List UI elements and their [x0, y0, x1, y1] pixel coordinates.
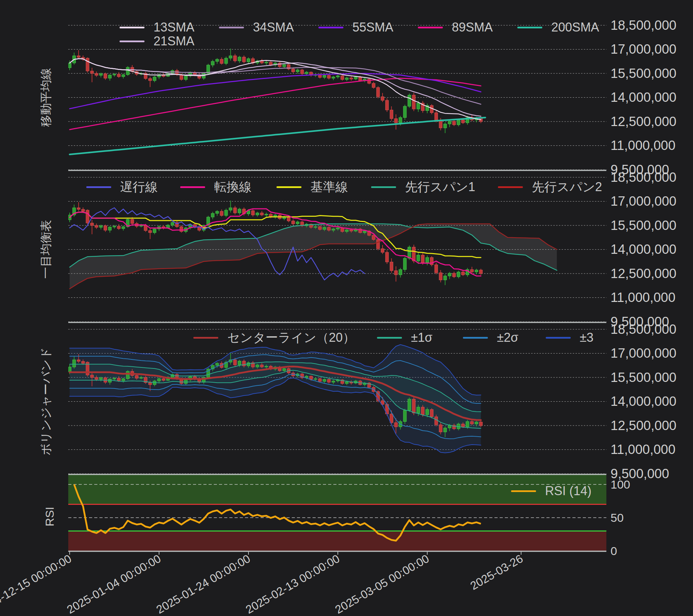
candle-body [403, 106, 406, 117]
legend-item-34sma[interactable]: 34SMA [219, 20, 294, 35]
candle-body [211, 213, 214, 217]
legend-item-chikou[interactable]: 遅行線 [86, 179, 158, 195]
legend-label: 基準線 [310, 179, 348, 196]
legend-item-89sma[interactable]: 89SMA [418, 20, 493, 35]
legend-item-senkou1[interactable]: 先行スパン1 [371, 179, 475, 195]
candle-body [99, 226, 103, 227]
candle-body [453, 273, 456, 277]
legend-label: 200SMA [551, 20, 599, 35]
candle-body [462, 272, 465, 275]
candle-body [140, 225, 143, 226]
candle-body [256, 213, 259, 215]
candle-body [403, 410, 406, 421]
candle-body [381, 249, 384, 252]
candle-body [390, 110, 393, 119]
candle-body [162, 379, 165, 381]
candle-body [345, 230, 348, 232]
rsi-axis-label: 100 [611, 478, 630, 491]
legend-item-senkou2[interactable]: 先行スパン2 [498, 179, 602, 195]
candle-body [475, 422, 478, 424]
y-axis-label: 12,500,000 [611, 418, 676, 433]
legend-item-bb-center[interactable]: センターライン（20） [193, 330, 355, 345]
legend-item-rsi[interactable]: RSI (14) [511, 483, 591, 499]
candle-body [385, 252, 388, 262]
candle-body [234, 56, 237, 61]
candle-body [475, 270, 478, 272]
candle-body [72, 360, 76, 367]
panel-bollinger [68, 329, 607, 474]
candle-body [336, 228, 340, 229]
candle-body [122, 227, 125, 229]
candle-body [220, 211, 223, 215]
legend-item-21sma[interactable]: 21SMA [120, 34, 194, 49]
candle-body [341, 76, 344, 80]
candle-body [283, 65, 286, 67]
legend-item-bb-sigma1[interactable]: ±1σ [377, 330, 432, 345]
candle-body [104, 74, 107, 78]
candle-body [385, 100, 388, 110]
candle-body [216, 363, 219, 365]
legend-item-55sma[interactable]: 55SMA [318, 20, 393, 35]
legend-item-13sma[interactable]: 13SMA [120, 20, 194, 35]
y-axis-label: 11,000,000 [611, 442, 675, 457]
candle-body [126, 67, 129, 74]
candle-body [435, 113, 438, 121]
candle-body [381, 97, 384, 100]
candle-body [260, 365, 263, 367]
candle-body [435, 417, 438, 425]
legend-swatch-34sma [219, 27, 244, 28]
candle-body [283, 369, 286, 371]
legend-label: 21SMA [153, 34, 194, 48]
candle-body [113, 378, 116, 379]
candle-body [77, 56, 80, 57]
candle-body [216, 211, 219, 213]
candle-body [426, 258, 429, 263]
y-axis-label: 12,500,000 [611, 114, 676, 129]
candle-body [323, 75, 326, 78]
candle-body [99, 74, 103, 75]
candle-body [377, 240, 380, 249]
candle-body [439, 273, 442, 280]
legend-item-200sma[interactable]: 200SMA [517, 20, 599, 35]
legend-label: 89SMA [452, 20, 493, 35]
legend-swatch-rsi [511, 490, 536, 492]
chart-canvas[interactable]: 18,500,00017,000,00015,500,00014,000,000… [0, 0, 693, 616]
candle-body [372, 83, 375, 88]
candle-body [68, 367, 71, 372]
candle-body [399, 269, 402, 275]
candle-body [180, 227, 183, 232]
y-axis-label: 17,000,000 [611, 42, 676, 56]
legend-swatch-21sma [120, 41, 144, 42]
candle-body [77, 208, 80, 209]
candle-body [457, 272, 460, 277]
legend-item-kijun[interactable]: 基準線 [277, 179, 348, 195]
candle-body [363, 231, 366, 233]
candle-body [426, 410, 429, 415]
candle-body [251, 211, 254, 215]
candle-body [135, 375, 138, 378]
candle-body [108, 227, 112, 230]
legend-item-bb-sigma2[interactable]: ±2σ [463, 330, 518, 345]
candle-body [265, 366, 268, 367]
candle-body [238, 57, 241, 61]
candle-body [323, 380, 326, 382]
candle-body [471, 269, 474, 272]
candle-body [332, 77, 335, 78]
legend-label: 先行スパン2 [532, 179, 602, 196]
candle-body [184, 76, 187, 80]
candle-body [220, 59, 223, 63]
candle-body [90, 71, 94, 73]
candle-body [90, 223, 94, 225]
candle-body [180, 75, 183, 80]
candle-body [117, 226, 120, 229]
legend-item-tenkan[interactable]: 転換線 [180, 179, 252, 195]
candle-body [99, 378, 103, 380]
y-axis-label: 14,000,000 [611, 394, 676, 409]
candle-body [444, 276, 447, 280]
legend-item-bb-sigma3[interactable]: ±3 [546, 330, 594, 345]
candle-body [471, 421, 474, 424]
candle-body [327, 380, 331, 382]
y-axis-label: 18,500,000 [611, 170, 676, 185]
candle-body [453, 121, 456, 125]
candle-body [265, 214, 268, 215]
